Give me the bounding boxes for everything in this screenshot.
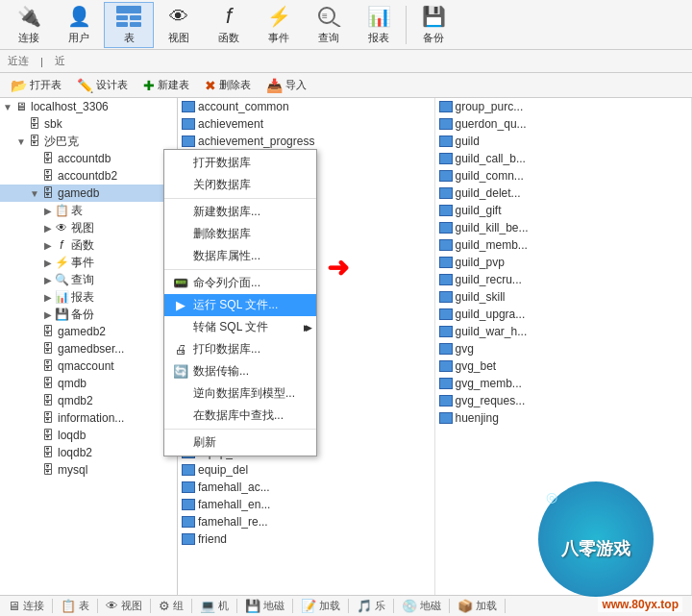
- table-row-icon: [439, 395, 453, 407]
- toolbar-function[interactable]: f 函数: [204, 2, 254, 48]
- table-row[interactable]: guild_skill: [435, 288, 692, 306]
- ctx-print-db[interactable]: 🖨 打印数据库...: [164, 338, 316, 360]
- db-icon-information: 🗄: [40, 411, 56, 425]
- design-table-label: 设计表: [96, 78, 128, 92]
- toolbar-table[interactable]: 表: [104, 2, 154, 48]
- table-row[interactable]: huenjing: [435, 409, 692, 427]
- new-table-btn[interactable]: ✚ 新建表: [136, 75, 196, 96]
- db-icon-loqdb: 🗄: [40, 429, 56, 442]
- events-icon: ⚡: [54, 256, 69, 269]
- table-row[interactable]: achievement: [178, 115, 434, 133]
- delete-table-btn[interactable]: ✖ 删除表: [198, 75, 258, 96]
- table-row[interactable]: guild_delet...: [435, 185, 692, 202]
- table-row[interactable]: guild: [435, 133, 692, 150]
- toolbar-report[interactable]: 📊 报表: [354, 2, 404, 48]
- table-row[interactable]: gvg: [435, 340, 692, 357]
- table-row[interactable]: gvg_bet: [435, 357, 692, 375]
- design-table-btn[interactable]: ✏️ 设计表: [70, 75, 135, 96]
- table-row[interactable]: gvg_memb...: [435, 375, 692, 392]
- arrow-funcs: ▶: [42, 240, 54, 251]
- sidebar-item-qmdb2[interactable]: 🗄 qmdb2: [0, 392, 177, 409]
- sidebar-item-mysql[interactable]: 🗄 mysql: [0, 461, 177, 479]
- table-row-label: gvg_memb...: [456, 377, 522, 390]
- status-machine: 💻 机: [200, 599, 237, 613]
- table-row[interactable]: famehall_ac...: [178, 479, 434, 496]
- open-table-btn[interactable]: 📂 打开表: [4, 75, 68, 96]
- sidebar-item-accountdb2[interactable]: 🗄 accountdb2: [0, 167, 177, 185]
- status-connect-label: 连接: [23, 599, 44, 613]
- ctx-cmd-interface[interactable]: 📟 命令列介面...: [164, 272, 316, 294]
- table-row[interactable]: guild_call_b...: [435, 150, 692, 167]
- db-icon-accountdb2: 🗄: [40, 169, 56, 183]
- table-row-icon: [439, 360, 453, 372]
- sidebar-item-gamedbser[interactable]: 🗄 gamedbser...: [0, 340, 177, 357]
- sidebar-item-sbk[interactable]: 🗄 sbk: [0, 115, 177, 133]
- table-row-label: guild_call_b...: [456, 152, 526, 165]
- ctx-open-db[interactable]: 打开数据库: [164, 152, 316, 174]
- sidebar-item-tables[interactable]: ▶ 📋 表: [0, 202, 177, 219]
- table-row[interactable]: guerdon_qu...: [435, 115, 692, 133]
- sidebar-item-queries[interactable]: ▶ 🔍 查询: [0, 271, 177, 288]
- ctx-data-transfer[interactable]: 🔄 数据传输...: [164, 360, 316, 382]
- table-row[interactable]: guild_upgra...: [435, 306, 692, 323]
- table-row[interactable]: account_common: [178, 98, 434, 115]
- sidebar-item-reports[interactable]: ▶ 📊 报表: [0, 288, 177, 306]
- ctx-reverse-model[interactable]: 逆向数据库到模型...: [164, 382, 316, 405]
- toolbar-backup[interactable]: 💾 备份: [408, 2, 458, 48]
- ctx-dump-sql[interactable]: 转储 SQL 文件 ▶: [164, 316, 316, 338]
- table-row[interactable]: group_purc...: [435, 98, 692, 115]
- report-label: 报表: [368, 31, 389, 45]
- table-row[interactable]: guild_kill_be...: [435, 219, 692, 236]
- sidebar-item-information[interactable]: 🗄 information...: [0, 409, 177, 427]
- table-row[interactable]: famehall_en...: [178, 496, 434, 513]
- gamedbser-label: gamedbser...: [58, 342, 124, 356]
- sidebar-item-sabake[interactable]: ▼ 🗄 沙巴克: [0, 133, 177, 150]
- svg-rect-4: [130, 22, 141, 27]
- ctx-refresh[interactable]: 刷新: [164, 431, 316, 454]
- ctx-find-in-db[interactable]: 在数据库中查找...: [164, 405, 316, 427]
- sidebar-item-accountdb[interactable]: 🗄 accountdb: [0, 150, 177, 167]
- user-label: 用户: [68, 31, 89, 45]
- open-table-label: 打开表: [30, 78, 62, 92]
- ctx-delete-db[interactable]: 删除数据库: [164, 223, 316, 245]
- toolbar-event[interactable]: ⚡ 事件: [254, 2, 304, 48]
- toolbar-user[interactable]: 👤 用户: [54, 2, 104, 48]
- table-row[interactable]: gvg_reques...: [435, 392, 692, 409]
- accountdb-label: accountdb: [58, 152, 111, 165]
- table-row[interactable]: equip_del: [178, 461, 434, 479]
- sidebar-item-views[interactable]: ▶ 👁 视图: [0, 219, 177, 236]
- table-row[interactable]: achievement_progress: [178, 133, 434, 150]
- table-row[interactable]: guild_recru...: [435, 271, 692, 288]
- table-row[interactable]: guild_memb...: [435, 236, 692, 254]
- main-layout: ▼ 🖥 localhost_3306 🗄 sbk ▼ 🗄 沙巴克: [0, 98, 692, 595]
- import-btn[interactable]: 📥 导入: [260, 75, 313, 96]
- table-row[interactable]: guild_pvp: [435, 254, 692, 271]
- table-row[interactable]: guild_gift: [435, 202, 692, 219]
- table-row-icon: [182, 464, 195, 476]
- sidebar-item-loqdb[interactable]: 🗄 loqdb: [0, 427, 177, 444]
- ctx-db-props[interactable]: 数据库属性...: [164, 245, 316, 267]
- table-row[interactable]: guild_war_h...: [435, 323, 692, 340]
- toolbar-query[interactable]: ≡ 查询: [304, 2, 354, 48]
- table-row[interactable]: friend: [178, 530, 434, 548]
- toolbar-connect[interactable]: 🔌 连接: [4, 2, 54, 48]
- sidebar-item-funcs[interactable]: ▶ f 函数: [0, 236, 177, 254]
- ctx-new-db[interactable]: 新建数据库...: [164, 201, 316, 223]
- sidebar-item-qmaccount[interactable]: 🗄 qmaccount: [0, 357, 177, 375]
- sidebar-item-loqdb2[interactable]: 🗄 loqdb2: [0, 444, 177, 461]
- sidebar-item-gamedb[interactable]: ▼ 🗄 gamedb: [0, 185, 177, 202]
- sidebar-item-gamedb2[interactable]: 🗄 gamedb2: [0, 323, 177, 340]
- queries-label: 查询: [71, 272, 94, 288]
- svg-rect-3: [116, 22, 128, 27]
- sidebar-item-events[interactable]: ▶ ⚡ 事件: [0, 254, 177, 271]
- ctx-cmd-label: 命令列介面...: [193, 275, 260, 291]
- table-row[interactable]: guild_comn...: [435, 167, 692, 185]
- ctx-close-db[interactable]: 关闭数据库: [164, 174, 316, 196]
- toolbar-view[interactable]: 👁 视图: [154, 2, 204, 48]
- table-row[interactable]: famehall_re...: [178, 513, 434, 530]
- sidebar-item-backups[interactable]: ▶ 💾 备份: [0, 306, 177, 323]
- sidebar-item-qmdb[interactable]: 🗄 qmdb: [0, 375, 177, 392]
- sidebar-item-localhost[interactable]: ▼ 🖥 localhost_3306: [0, 98, 177, 115]
- ctx-run-sql[interactable]: ▶ 运行 SQL 文件...: [164, 294, 316, 316]
- table-row-label: guild_delet...: [456, 186, 521, 200]
